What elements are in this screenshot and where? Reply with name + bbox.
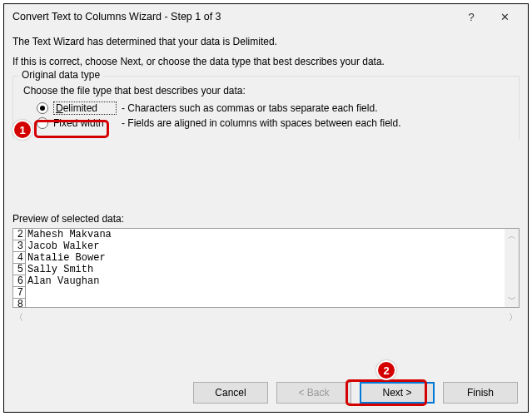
table-row: 4Natalie Bower [13,252,504,264]
radio-delimited-desc: - Characters such as commas or tabs sepa… [122,102,377,114]
close-button[interactable]: ✕ [488,5,521,28]
preview-grid: 2Mahesh Makvana 3Jacob Walker 4Natalie B… [13,229,504,307]
cancel-button[interactable]: Cancel [193,382,268,404]
dialog-window: Convert Text to Columns Wizard - Step 1 … [3,3,529,413]
table-row: 2Mahesh Makvana [13,229,504,240]
radio-delimited-row[interactable]: Delimited - Characters such as commas or… [37,102,510,115]
scroll-up-icon[interactable]: ︿ [508,230,516,242]
vertical-scrollbar[interactable]: ︿ ﹀ [505,229,519,307]
choose-prompt: Choose the file type that best describes… [23,85,510,97]
table-row: 7 [13,287,504,299]
horizontal-scrollbar[interactable]: 〈 〉 [12,310,520,324]
intro-text-1: The Text Wizard has determined that your… [12,36,520,47]
intro-text-2: If this is correct, choose Next, or choo… [12,56,520,67]
next-button[interactable]: Next > [360,382,435,404]
radio-delimited[interactable] [37,102,48,114]
scroll-right-icon[interactable]: 〉 [509,311,518,324]
annotation-callout-2: 2 [376,360,396,380]
scroll-down-icon[interactable]: ﹀ [508,294,516,305]
finish-button[interactable]: Finish [443,382,518,404]
dialog-content: The Text Wizard has determined that your… [4,29,528,324]
dialog-title: Convert Text to Columns Wizard - Step 1 … [12,11,455,22]
preview-label: Preview of selected data: [12,213,520,225]
radio-fixed-width-row[interactable]: Fixed width - Fields are aligned in colu… [37,117,510,129]
table-row: 8 [13,299,504,308]
original-data-type-group: Original data type Choose the file type … [12,76,520,140]
table-row: 5Sally Smith [13,264,504,275]
back-button: < Back [276,382,351,404]
preview-box: 2Mahesh Makvana 3Jacob Walker 4Natalie B… [12,228,520,308]
scroll-left-icon[interactable]: 〈 [14,311,23,324]
group-legend: Original data type [18,69,103,81]
button-row: Cancel < Back Next > Finish [193,382,518,404]
table-row: 3Jacob Walker [13,240,504,252]
titlebar: Convert Text to Columns Wizard - Step 1 … [4,4,528,29]
radio-delimited-label: Delimited [53,102,117,115]
radio-fixed-width-desc: - Fields are aligned in columns with spa… [122,117,401,129]
help-button[interactable]: ? [455,5,488,28]
annotation-callout-1: 1 [12,120,32,140]
radio-fixed-width-label: Fixed width [53,117,117,129]
radio-fixed-width[interactable] [37,117,48,129]
table-row: 6Alan Vaughan [13,275,504,287]
